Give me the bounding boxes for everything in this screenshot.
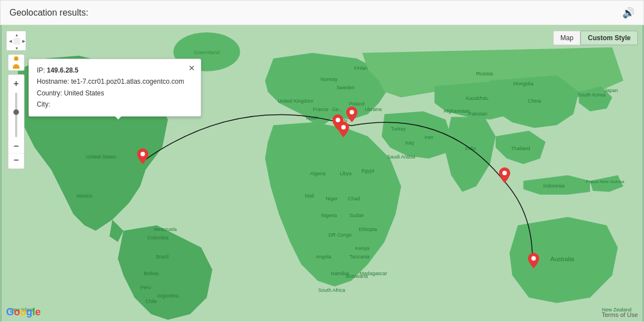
pan-left-button[interactable]: ◀ xyxy=(7,38,13,45)
google-brand: Google xyxy=(6,306,41,318)
svg-text:Chile: Chile xyxy=(146,299,157,304)
svg-text:Saudi Arabia: Saudi Arabia xyxy=(387,154,415,160)
hostname-label: Hostname: xyxy=(37,78,69,85)
svg-text:Bolivia: Bolivia xyxy=(144,271,158,276)
svg-text:Mexico: Mexico xyxy=(76,193,92,199)
hostname-value: te1-7.ccr01.poz01.atlas.cogentco.com xyxy=(71,78,184,85)
ip-value: 149.6.28.5 xyxy=(47,66,79,74)
zoom-controls: + − − xyxy=(8,74,25,169)
zoom-in-button[interactable]: + xyxy=(8,77,24,90)
svg-text:Turkey: Turkey xyxy=(391,126,406,132)
svg-text:Russia: Russia xyxy=(476,70,493,76)
map-type-custom-button[interactable]: Custom Style xyxy=(580,31,638,45)
svg-text:Colombia: Colombia xyxy=(147,235,168,241)
svg-point-58 xyxy=(14,56,18,61)
svg-text:Ge...: Ge... xyxy=(332,107,342,112)
zoom-thumb[interactable] xyxy=(13,109,19,115)
svg-text:South Africa: South Africa xyxy=(318,287,345,293)
popup-close-button[interactable]: ✕ xyxy=(188,64,195,73)
app-container: Geolocation results: 🔊 Greenland United … xyxy=(0,0,644,322)
svg-text:Papua New Guinea: Papua New Guinea xyxy=(586,179,625,184)
svg-text:Madagascar: Madagascar xyxy=(360,271,387,276)
map-type-controls: Map Custom Style xyxy=(553,31,638,45)
svg-text:Iraq: Iraq xyxy=(405,140,414,146)
svg-text:Iran: Iran xyxy=(425,134,433,140)
map-controls: ▲ ◀ ▶ ▼ + − xyxy=(6,31,26,169)
svg-text:Peru: Peru xyxy=(141,285,151,290)
svg-text:Egypt: Egypt xyxy=(361,168,374,174)
svg-text:Brazil: Brazil xyxy=(156,254,168,259)
country-label: Country: xyxy=(37,89,62,97)
svg-text:Thailand: Thailand xyxy=(511,146,530,151)
svg-text:Greenland: Greenland xyxy=(194,49,220,55)
svg-text:Ukraine: Ukraine xyxy=(365,107,382,112)
svg-text:United States: United States xyxy=(86,154,117,160)
pan-right-button[interactable]: ▶ xyxy=(20,38,27,45)
svg-text:Sudan: Sudan xyxy=(350,213,364,218)
svg-text:Sweden: Sweden xyxy=(337,85,355,90)
svg-point-59 xyxy=(141,152,145,156)
svg-text:Poland: Poland xyxy=(349,101,365,107)
zoom-out-button2[interactable]: − xyxy=(8,153,24,166)
svg-text:Angola: Angola xyxy=(316,254,331,259)
svg-text:Ethiopia: Ethiopia xyxy=(359,227,377,232)
svg-text:Norway: Norway xyxy=(321,76,338,82)
pan-up-button[interactable]: ▲ xyxy=(13,31,20,38)
svg-text:Mali: Mali xyxy=(305,193,314,199)
svg-text:South Korea: South Korea xyxy=(578,92,606,98)
pan-down-button[interactable]: ▼ xyxy=(13,45,20,51)
svg-text:Pakistan: Pakistan xyxy=(468,111,487,117)
svg-text:Mongolia: Mongolia xyxy=(513,81,533,86)
google-logo: Google xyxy=(6,306,41,318)
page-title: Geolocation results: xyxy=(9,8,88,18)
svg-text:Venezuela: Venezuela xyxy=(153,227,177,232)
svg-text:Nigeria: Nigeria xyxy=(321,213,337,218)
svg-point-63 xyxy=(502,171,507,175)
svg-point-64 xyxy=(531,256,536,261)
terms-of-use[interactable]: Terms of Use xyxy=(602,311,638,318)
svg-text:Japan: Japan xyxy=(604,88,618,93)
svg-text:Niger: Niger xyxy=(326,196,337,201)
svg-text:Indonesia: Indonesia xyxy=(543,183,565,189)
svg-text:China: China xyxy=(528,98,541,104)
svg-text:Tanzania: Tanzania xyxy=(350,254,370,259)
map-pin-italy[interactable] xyxy=(338,122,349,140)
svg-point-62 xyxy=(341,125,346,129)
svg-point-60 xyxy=(350,110,354,114)
map-pin-seasia[interactable] xyxy=(499,167,510,185)
ip-label: IP: xyxy=(37,66,47,74)
svg-text:Argentina: Argentina xyxy=(157,293,178,299)
header: Geolocation results: 🔊 xyxy=(1,1,643,25)
svg-text:Algeria: Algeria xyxy=(310,171,326,176)
svg-text:DR Congo: DR Congo xyxy=(328,232,352,238)
map-pin-usa[interactable] xyxy=(137,148,148,166)
city-label: City: xyxy=(37,100,50,108)
info-popup: ✕ IP: 149.6.28.5 Hostname: te1-7.ccr01.p… xyxy=(28,59,201,117)
map-pin-australia[interactable] xyxy=(528,253,539,271)
country-value: United States xyxy=(64,89,104,97)
svg-text:Chad: Chad xyxy=(348,196,360,201)
svg-text:Australia: Australia xyxy=(550,256,574,262)
map-type-map-button[interactable]: Map xyxy=(553,31,580,45)
zoom-out-button[interactable]: − xyxy=(8,140,24,153)
svg-text:France: France xyxy=(313,107,328,112)
svg-text:Kenya: Kenya xyxy=(355,246,369,251)
street-view-button[interactable] xyxy=(8,54,25,71)
map-container[interactable]: Greenland United States Mexico Brazil Bo… xyxy=(1,25,643,321)
svg-text:United Kingdom: United Kingdom xyxy=(278,98,313,104)
share-icon[interactable]: 🔊 xyxy=(622,7,635,19)
svg-text:Afghanistan: Afghanistan xyxy=(443,108,469,114)
svg-text:Libya: Libya xyxy=(340,171,351,176)
zoom-track[interactable] xyxy=(15,93,17,137)
